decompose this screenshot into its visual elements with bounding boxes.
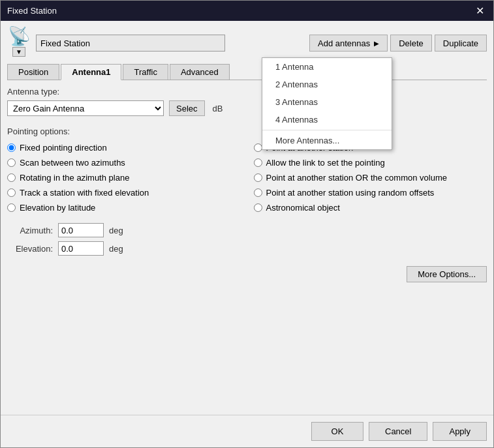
elevation-unit: deg <box>109 244 123 254</box>
radio-fixed-pointing-input[interactable] <box>7 143 16 152</box>
azimuth-input[interactable] <box>58 223 104 237</box>
radio-track-station-label: Track a station with fixed elevation <box>20 188 149 198</box>
tabs: Position Antenna1 Traffic Advanced <box>7 64 487 80</box>
radio-point-common-volume-label: Point at another station OR the common v… <box>266 173 447 183</box>
add-antennas-arrow-icon: ▶ <box>374 40 379 47</box>
antenna-option-2[interactable]: 2 Antennas <box>262 76 392 93</box>
radio-rotating-azimuth[interactable]: Rotating in the azimuth plane <box>7 173 241 183</box>
radio-point-random-offsets-input[interactable] <box>254 188 262 197</box>
radio-track-station[interactable]: Track a station with fixed elevation <box>7 188 241 198</box>
radio-scan-azimuths[interactable]: Scan between two azimuths <box>7 158 241 168</box>
elevation-input[interactable] <box>58 241 104 256</box>
radio-allow-link[interactable]: Allow the link to set the pointing <box>254 158 487 168</box>
antenna-option-4[interactable]: 4 Antennas <box>262 111 392 128</box>
radio-rotating-azimuth-input[interactable] <box>7 173 16 182</box>
tab-antenna1[interactable]: Antenna1 <box>61 64 121 80</box>
radio-elevation-latitude-input[interactable] <box>7 203 16 212</box>
pointing-options-grid: Fixed pointing direction Point at anothe… <box>7 143 487 213</box>
azimuth-row: Azimuth: deg <box>7 223 487 237</box>
dialog-title: Fixed Station <box>7 6 57 16</box>
radio-astronomical-label: Astronomical object <box>266 203 340 213</box>
elevation-row: Elevation: deg <box>7 241 487 256</box>
azimuth-elevation-section: Azimuth: deg Elevation: deg <box>7 223 487 256</box>
radio-point-common-volume[interactable]: Point at another station OR the common v… <box>254 173 487 183</box>
title-bar: Fixed Station ✕ <box>1 1 493 21</box>
tower-icon: 📡 <box>8 27 31 46</box>
radio-rotating-azimuth-label: Rotating in the azimuth plane <box>20 173 129 183</box>
radio-point-random-offsets[interactable]: Point at another station using random of… <box>254 188 487 198</box>
db-label: dB <box>213 104 223 113</box>
top-row: 📡 ▼ Add antennas ▶ Delete Duplicate <box>7 27 487 59</box>
radio-allow-link-input[interactable] <box>254 158 262 167</box>
dialog-body: 📡 ▼ Add antennas ▶ Delete Duplicate Posi… <box>1 21 493 415</box>
delete-button[interactable]: Delete <box>390 35 432 52</box>
antenna-type-select[interactable]: Zero Gain Antenna <box>7 100 164 116</box>
more-options-row: More Options... <box>7 266 487 282</box>
add-antennas-label: Add antennas <box>318 38 370 48</box>
station-dropdown-button[interactable]: ▼ <box>12 47 25 57</box>
close-button[interactable]: ✕ <box>473 5 487 17</box>
radio-astronomical-input[interactable] <box>254 203 262 212</box>
cancel-button[interactable]: Cancel <box>369 422 427 441</box>
radio-scan-azimuths-label: Scan between two azimuths <box>20 158 125 168</box>
tab-traffic[interactable]: Traffic <box>123 64 168 80</box>
azimuth-label: Azimuth: <box>7 226 53 235</box>
radio-elevation-latitude[interactable]: Elevation by latitude <box>7 203 241 213</box>
station-name-input[interactable] <box>36 35 225 52</box>
radio-astronomical[interactable]: Astronomical object <box>254 203 487 213</box>
radio-fixed-pointing-label: Fixed pointing direction <box>20 143 107 153</box>
radio-allow-link-label: Allow the link to set the pointing <box>266 158 385 168</box>
select-antenna-button[interactable]: Selec <box>169 100 205 116</box>
antenna-option-more[interactable]: More Antennas... <box>262 132 392 149</box>
dialog-footer: OK Cancel Apply <box>1 415 493 447</box>
tab-position[interactable]: Position <box>7 64 59 80</box>
antenna-option-1[interactable]: 1 Antenna <box>262 58 392 76</box>
radio-fixed-pointing[interactable]: Fixed pointing direction <box>7 143 241 153</box>
station-icon: 📡 ▼ <box>7 27 31 59</box>
antenna-type-label: Antenna type: <box>7 87 487 97</box>
add-antennas-dropdown: 1 Antenna 2 Antennas 3 Antennas 4 Antenn… <box>262 57 392 150</box>
radio-point-another-input[interactable] <box>254 143 262 152</box>
radio-elevation-latitude-label: Elevation by latitude <box>20 203 95 213</box>
pointing-options-label: Pointing options: <box>7 127 487 136</box>
toolbar-buttons: Add antennas ▶ Delete Duplicate <box>309 35 487 52</box>
azimuth-unit: deg <box>109 226 123 235</box>
ok-button[interactable]: OK <box>311 422 363 441</box>
radio-track-station-input[interactable] <box>7 188 16 197</box>
apply-button[interactable]: Apply <box>433 422 487 441</box>
elevation-label: Elevation: <box>7 244 53 254</box>
dropdown-separator <box>262 130 392 130</box>
antenna-type-row: Zero Gain Antenna Selec dB <box>7 100 487 116</box>
radio-point-random-offsets-label: Point at another station using random of… <box>266 188 435 198</box>
add-antennas-button[interactable]: Add antennas ▶ <box>309 35 388 52</box>
radio-point-common-volume-input[interactable] <box>254 173 262 182</box>
content-area: Antenna type: Zero Gain Antenna Selec dB… <box>7 87 487 408</box>
duplicate-button[interactable]: Duplicate <box>435 35 487 52</box>
fixed-station-dialog: Fixed Station ✕ 📡 ▼ Add antennas ▶ Delet… <box>0 0 494 448</box>
tab-advanced[interactable]: Advanced <box>170 64 230 80</box>
antenna-option-3[interactable]: 3 Antennas <box>262 93 392 111</box>
more-options-button[interactable]: More Options... <box>407 266 487 282</box>
radio-scan-azimuths-input[interactable] <box>7 158 16 167</box>
